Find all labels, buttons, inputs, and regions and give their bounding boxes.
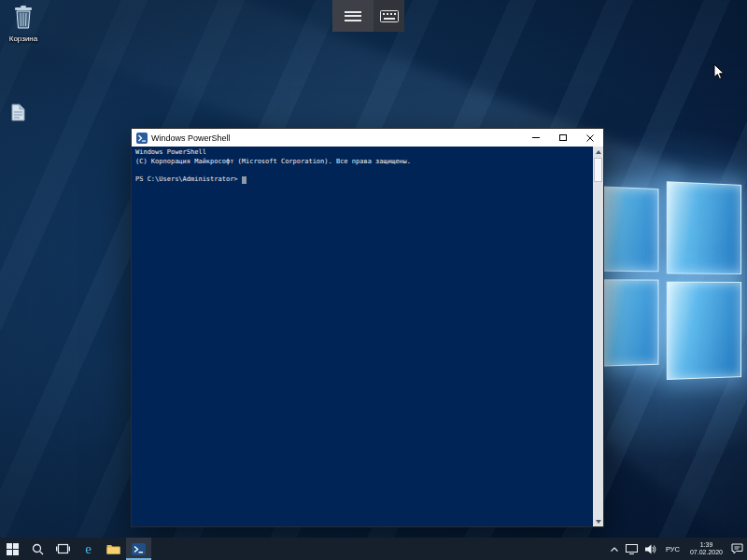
menu-icon [345,8,361,23]
console-line-1: Windows PowerShell [135,148,588,158]
ie-button[interactable]: e [76,538,101,560]
action-center-button[interactable] [727,538,747,560]
recycle-bin-icon [11,4,35,30]
powershell-icon [136,133,148,144]
keyboard-icon [380,10,399,22]
console-prompt: PS C:\Users\Administrator> [135,175,238,185]
volume-button[interactable] [641,538,660,560]
menu-button[interactable] [332,0,374,32]
powershell-icon-small [132,542,146,556]
desktop: Корзина [0,0,747,560]
clock[interactable]: 1:39 07.02.2020 [685,538,727,560]
powershell-window: Windows PowerShell Windows PowerShell (C… [131,128,604,527]
search-button[interactable] [25,538,50,560]
close-icon [586,134,594,142]
scroll-up-button[interactable] [593,147,603,157]
minimize-icon [532,137,540,138]
scrollbar-thumb[interactable] [594,158,602,182]
clock-date: 07.02.2020 [690,549,723,557]
text-cursor [242,176,247,184]
console-line-2: (C) Корпорация Майкрософт (Microsoft Cor… [135,158,588,167]
folder-icon [106,543,120,554]
network-button[interactable] [622,538,641,560]
document-icon [10,104,26,121]
windows-logo-icon [7,543,19,555]
scroll-down-button[interactable] [593,516,603,526]
triangle-up-icon [596,150,601,154]
powershell-taskbar-button[interactable] [126,538,151,560]
mouse-cursor [713,63,726,81]
taskbar: e [0,538,747,560]
search-icon [32,543,44,555]
vm-toolbar [332,0,404,32]
clock-time: 1:39 [700,541,713,550]
scrollbar[interactable] [593,147,603,526]
desktop-icon-document[interactable] [2,104,34,125]
console-blank-line [135,166,588,175]
keyboard-button[interactable] [374,0,404,32]
action-center-icon [731,543,743,554]
console[interactable]: Windows PowerShell (C) Корпорация Майкро… [132,147,603,526]
close-button[interactable] [576,129,603,147]
system-tray: РУС 1:39 07.02.2020 [607,538,747,560]
window-title: Windows PowerShell [151,133,231,143]
console-prompt-line: PS C:\Users\Administrator> [135,175,588,185]
internet-explorer-icon: e [85,542,92,556]
start-button[interactable] [0,538,25,560]
maximize-button[interactable] [549,129,576,147]
task-view-button[interactable] [50,538,76,560]
network-icon [626,544,638,554]
desktop-icon-recycle-bin[interactable]: Корзина [1,4,46,43]
file-explorer-button[interactable] [101,538,126,560]
triangle-down-icon [596,520,601,524]
maximize-icon [559,134,567,141]
window-controls [522,129,603,147]
minimize-button[interactable] [522,129,549,147]
recycle-bin-label: Корзина [1,35,46,43]
tray-expand-button[interactable] [607,538,622,560]
task-view-icon [56,543,70,554]
titlebar[interactable]: Windows PowerShell [132,129,603,147]
chevron-up-icon [611,547,618,552]
language-indicator[interactable]: РУС [660,538,685,560]
volume-icon [645,544,656,554]
